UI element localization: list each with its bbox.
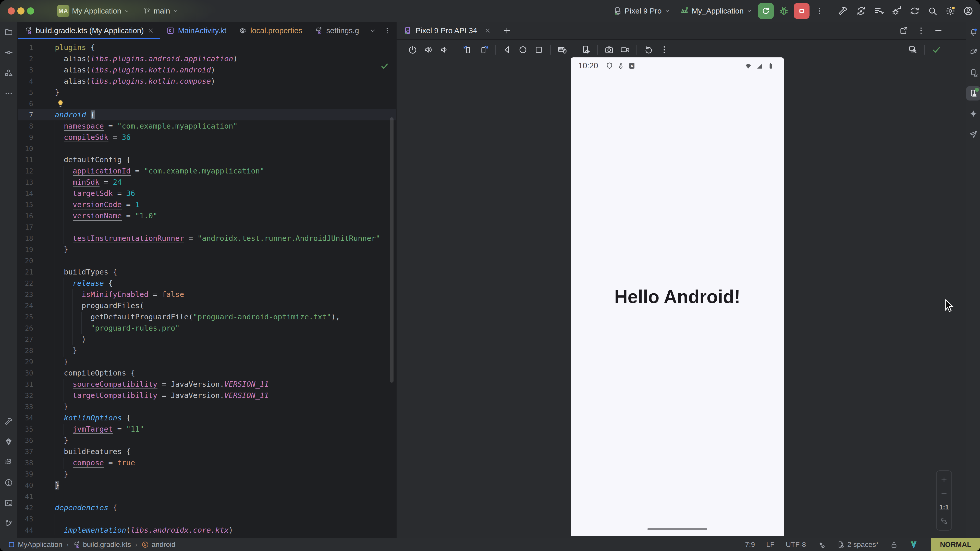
code-line-30[interactable]: 30 compileOptions { (18, 367, 396, 379)
code-line-25[interactable]: 25 getDefaultProguardFile("proguard-andr… (18, 311, 396, 322)
running-devices-icon[interactable] (966, 86, 980, 100)
code-line-16[interactable]: 16 versionName = "1.0" (18, 210, 396, 221)
code-line-5[interactable]: 5} (18, 87, 396, 98)
code-line-7[interactable]: 7android { (18, 109, 396, 121)
code-line-20[interactable]: 20 (18, 255, 396, 266)
code-line-41[interactable]: 41 (18, 491, 396, 502)
device-tab[interactable]: Pixel 9 Pro API 34 (396, 26, 496, 35)
editor-tab-MainActivity.kt[interactable]: MainActivity.kt (160, 22, 232, 39)
settings-gear-icon[interactable] (945, 6, 956, 16)
minimize-window-button[interactable] (18, 7, 24, 14)
editor-tab-settings.g[interactable]: settings.g (308, 22, 365, 39)
lock-open-icon[interactable] (890, 540, 898, 549)
user-profile-icon[interactable] (963, 6, 974, 16)
build-hammer-icon[interactable] (838, 6, 848, 16)
left-sidebar-top[interactable] (0, 22, 18, 103)
kebab-menu-icon[interactable] (383, 27, 391, 35)
emulator-screen[interactable]: 10:20 A Hello Android! (571, 57, 784, 536)
chevron-down-icon[interactable] (369, 27, 377, 35)
screenshot-camera-icon[interactable] (605, 45, 614, 55)
gemini-sparkle-icon[interactable] (966, 106, 980, 121)
code-line-17[interactable]: 17 (18, 221, 396, 233)
code-line-40[interactable]: 40} (18, 480, 396, 491)
minimize-icon[interactable] (934, 26, 943, 35)
inspections-ok-icon[interactable] (380, 62, 389, 70)
breadcrumb-item[interactable]: MyApplication (8, 540, 62, 549)
panel-window-controls[interactable] (899, 26, 966, 35)
nav-back-icon[interactable] (502, 45, 512, 55)
reset-view-icon[interactable] (644, 45, 653, 55)
file-encoding[interactable]: UTF-8 (786, 540, 806, 549)
code-line-2[interactable]: 2 alias(libs.plugins.android.application… (18, 53, 396, 64)
code-line-43[interactable]: 43 (18, 513, 396, 524)
editor-tab-local.properties[interactable]: local.properties (232, 22, 308, 39)
code-line-14[interactable]: 14 targetSdk = 36 (18, 188, 396, 199)
code-line-38[interactable]: 38 compose = true (18, 457, 396, 468)
code-line-42[interactable]: 42dependencies { (18, 502, 396, 513)
code-line-6[interactable]: 6 (18, 98, 396, 109)
code-line-44[interactable]: 44 implementation(libs.androidx.core.ktx… (18, 524, 396, 536)
terminal-icon[interactable] (2, 496, 16, 510)
code-line-11[interactable]: 11 defaultConfig { (18, 154, 396, 165)
zoom-fit-button[interactable] (940, 517, 948, 525)
more-run-actions-button[interactable] (811, 3, 827, 19)
device-manager-icon[interactable] (966, 66, 980, 80)
editor-tab-build.gradle.kts[interactable]: build.gradle.kts (My Application) (18, 22, 160, 39)
left-sidebar-bottom[interactable] (0, 411, 18, 534)
screen-record-icon[interactable] (620, 45, 630, 55)
notifications-bell-icon[interactable] (966, 25, 980, 39)
vim-mode-badge[interactable]: NORMAL (931, 538, 980, 551)
sync-gradle-icon[interactable] (856, 6, 866, 16)
gradle-elephant-icon[interactable] (966, 45, 980, 60)
code-line-1[interactable]: 1plugins { (18, 42, 396, 53)
build-hammer-icon[interactable] (2, 414, 16, 429)
rotate-left-icon[interactable] (463, 45, 473, 55)
kebab-menu-icon[interactable] (659, 45, 669, 55)
open-in-new-icon[interactable] (899, 26, 908, 35)
sync-project-icon[interactable] (910, 6, 920, 16)
rotate-right-icon[interactable] (479, 45, 488, 55)
volume-down-icon[interactable] (439, 45, 449, 55)
code-line-9[interactable]: 9 compileSdk = 36 (18, 132, 396, 143)
code-line-34[interactable]: 34 kotlinOptions { (18, 412, 396, 424)
code-line-36[interactable]: 36 } (18, 435, 396, 446)
code-line-13[interactable]: 13 minSdk = 24 (18, 176, 396, 188)
right-sidebar-items[interactable] (966, 22, 980, 144)
close-icon[interactable] (148, 27, 154, 34)
close-window-button[interactable] (8, 7, 15, 14)
code-line-23[interactable]: 23 isMinifyEnabled = false (18, 289, 396, 300)
ideavim-icon[interactable] (909, 540, 918, 549)
zoom-in-button[interactable] (940, 476, 948, 484)
emulator-toolbar-right[interactable] (905, 45, 966, 55)
code-line-4[interactable]: 4 alias(libs.plugins.kotlin.compose) (18, 76, 396, 87)
indent-setting[interactable]: 2 spaces* (837, 540, 879, 549)
code-line-24[interactable]: 24 proguardFiles( (18, 300, 396, 311)
problems-icon[interactable] (2, 475, 16, 490)
tab-bar-extra[interactable] (369, 22, 396, 39)
vcs-branch-widget[interactable]: main (140, 3, 182, 19)
device-selector[interactable]: Pixel 9 Pro (609, 3, 674, 19)
code-line-31[interactable]: 31 sourceCompatibility = JavaVersion.VER… (18, 379, 396, 390)
nav-home-icon[interactable] (518, 45, 528, 55)
commit-icon[interactable] (2, 45, 16, 60)
power-icon[interactable] (408, 45, 417, 55)
phone-home-indicator[interactable] (648, 528, 707, 530)
nav-overview-icon[interactable] (534, 45, 544, 55)
code-line-39[interactable]: 39 } (18, 468, 396, 480)
code-line-22[interactable]: 22 release { (18, 278, 396, 289)
debug-button[interactable] (776, 3, 792, 19)
ai-disabled-icon[interactable] (817, 540, 825, 549)
close-icon[interactable] (484, 27, 491, 34)
code-line-18[interactable]: 18 testInstrumentationRunner = "androidx… (18, 233, 396, 244)
code-line-15[interactable]: 15 versionCode = 1 (18, 199, 396, 210)
project-widget[interactable]: MA My Application (54, 3, 134, 19)
device-settings-icon[interactable] (581, 45, 590, 55)
zoom-actual-size-button[interactable]: 1:1 (939, 503, 949, 511)
code-line-21[interactable]: 21 buildTypes { (18, 266, 396, 278)
breadcrumb-item[interactable]: android (142, 540, 175, 549)
code-line-27[interactable]: 27 ) (18, 333, 396, 345)
zoom-out-button[interactable] (940, 490, 948, 497)
emulator-toolbar-icons[interactable] (405, 45, 672, 55)
code-line-32[interactable]: 32 targetCompatibility = JavaVersion.VER… (18, 390, 396, 401)
code-line-12[interactable]: 12 applicationId = "com.example.myapplic… (18, 165, 396, 176)
